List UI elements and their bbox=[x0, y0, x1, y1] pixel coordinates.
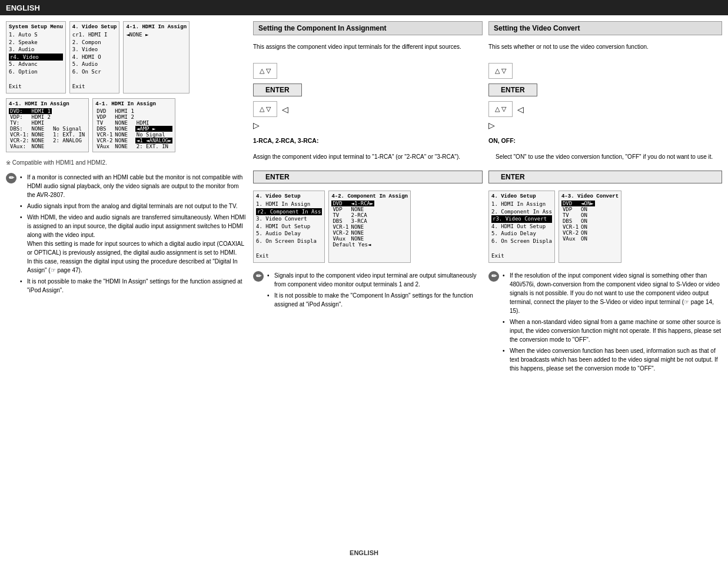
left-arrow-right: ◁ bbox=[517, 105, 524, 114]
on-off-desc: Select "ON" to use the video conversion … bbox=[488, 150, 722, 163]
hdmi-table-left: 4-1. HDMI In Assign DVD:HDMI 1 VDP:HDMI … bbox=[6, 98, 89, 152]
right-menus-row: 4. Video Setup 1. HDMI In Assign 2. Comp… bbox=[488, 191, 722, 263]
hdmi-table-right: 4-1. HDMI In Assign DVDHDMI 1 VDPHDMI 2 … bbox=[92, 98, 175, 152]
bullet-2: Audio signals input from the analog and … bbox=[20, 202, 247, 211]
left-arrow-1: ◁ bbox=[282, 105, 288, 114]
main-content: System Setup Menu 1. Auto S 2. Speake 3.… bbox=[0, 15, 728, 561]
video-setup-menu: 4. Video Setup cr1. HDMI I 2. Compon 3. … bbox=[69, 21, 120, 94]
system-menus-row: System Setup Menu 1. Auto S 2. Speake 3.… bbox=[6, 21, 247, 94]
video-setup-menu-mid: 4. Video Setup 1. HDMI In Assign r2. Com… bbox=[253, 191, 325, 263]
right-description: This sets whether or not to use the vide… bbox=[488, 40, 722, 54]
note-icon: ✏ bbox=[6, 173, 16, 183]
right-arrow-1: ▷ bbox=[253, 121, 260, 130]
component-assign-table: 4-2. Component In Assign DVD◄1-RCA► VDPN… bbox=[328, 191, 411, 263]
rca-desc: Assign the component video input termina… bbox=[253, 150, 483, 163]
enter-btn-1: ENTER bbox=[253, 84, 302, 96]
enter-btn-right: ENTER bbox=[488, 84, 537, 96]
left-column: System Setup Menu 1. Auto S 2. Speake 3.… bbox=[6, 21, 247, 555]
hdmi-assign-small: 4-1. HDMI In Assign ◄NONE ► bbox=[123, 21, 190, 94]
footer-label: ENGLISH bbox=[350, 549, 378, 556]
bullet-3: With HDMI, the video and audio signals a… bbox=[20, 213, 247, 275]
right-bullets: If the resolution of the input component… bbox=[503, 271, 722, 375]
mid-column: Setting the Component In Assignment This… bbox=[253, 21, 483, 555]
video-convert-table: 4-3. Video Convert DVD◄ON► VDPON TVON DB… bbox=[559, 191, 621, 263]
arrow-up-down-2: △ ▽ bbox=[253, 101, 277, 117]
left-bullets: If a monitor is connected with an HDMI c… bbox=[20, 173, 247, 297]
arrow-up-down-right2: △ ▽ bbox=[488, 101, 513, 117]
video-setup-right: 4. Video Setup 1. HDMI In Assign 2. Comp… bbox=[488, 191, 555, 263]
right-note-icon: ✏ bbox=[488, 271, 499, 282]
right-arrows: △ ▽ ENTER △ ▽ ◁ ▷ bbox=[488, 61, 722, 130]
header-bar: ENGLISH bbox=[0, 0, 728, 15]
mid-description: This assigns the component video input t… bbox=[253, 40, 483, 54]
right-arrow-right: ▷ bbox=[488, 121, 495, 130]
right-bullet-3: When the video conversion function has b… bbox=[503, 346, 722, 373]
bullet-1: If a monitor is connected with an HDMI c… bbox=[20, 173, 247, 199]
bullet-4: It is not possible to make the "HDMI In … bbox=[20, 277, 247, 295]
arrow-up-down-1: △ ▽ bbox=[253, 63, 277, 79]
right-bullet-1: If the resolution of the input component… bbox=[503, 271, 722, 315]
on-off-label: ON, OFF: bbox=[488, 137, 722, 144]
mid-note-section: ✏ Signals input to the component video i… bbox=[253, 271, 483, 311]
compat-note: ※ Compatible with HDMI1 and HDMI2. bbox=[6, 159, 247, 166]
mid-bullets: Signals input to the component video inp… bbox=[267, 271, 483, 311]
right-column: Setting the Video Convert This sets whet… bbox=[488, 21, 722, 555]
right-section-header: Setting the Video Convert bbox=[488, 21, 722, 35]
mid-bullet-2: It is not possible to make the "Componen… bbox=[267, 291, 483, 309]
note-section: ✏ If a monitor is connected with an HDMI… bbox=[6, 173, 247, 297]
header-label: ENGLISH bbox=[6, 4, 40, 12]
system-setup-title: System Setup Menu bbox=[9, 24, 63, 30]
right-note-section: ✏ If the resolution of the input compone… bbox=[488, 271, 722, 375]
enter-btn-right2: ENTER bbox=[488, 171, 722, 183]
system-setup-menu: System Setup Menu 1. Auto S 2. Speake 3.… bbox=[6, 21, 66, 94]
video-setup-title: 4. Video Setup bbox=[72, 24, 117, 30]
enter-btn-2: ENTER bbox=[253, 171, 483, 183]
arrow-up-down-right: △ ▽ bbox=[488, 63, 513, 79]
mid-bullet-1: Signals input to the component video inp… bbox=[267, 271, 483, 289]
mid-arrows: △ ▽ ENTER △ ▽ ◁ ▷ bbox=[253, 61, 483, 130]
hdmi-tables-row: 4-1. HDMI In Assign DVD:HDMI 1 VDP:HDMI … bbox=[6, 98, 247, 152]
rca-label: 1-RCA, 2-RCA, 3-RCA: bbox=[253, 137, 483, 144]
mid-section-header: Setting the Component In Assignment bbox=[253, 21, 483, 35]
right-bullet-2: When a non-standard video signal from a … bbox=[503, 318, 722, 344]
mid-note-icon: ✏ bbox=[253, 271, 264, 282]
mid-menus-row: 4. Video Setup 1. HDMI In Assign r2. Com… bbox=[253, 191, 483, 263]
